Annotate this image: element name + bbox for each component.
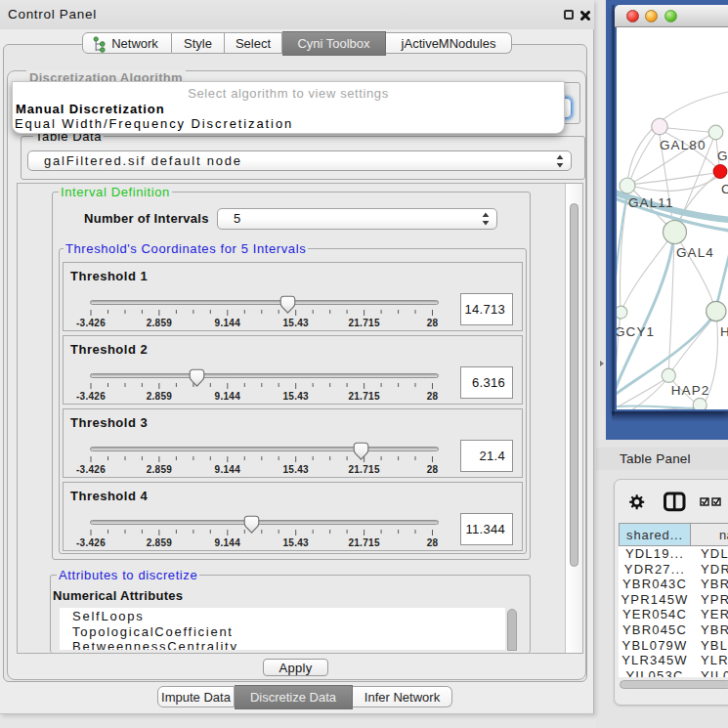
svg-text:G.: G.	[717, 149, 728, 163]
svg-text:H: H	[720, 324, 728, 339]
svg-text:GCY1: GCY1	[617, 324, 655, 339]
svg-text:C: C	[721, 182, 728, 196]
svg-text:GAL80: GAL80	[660, 138, 707, 152]
svg-text:GAL4: GAL4	[676, 245, 714, 260]
svg-text:GAL11: GAL11	[628, 195, 674, 210]
svg-text:HAP2: HAP2	[671, 383, 710, 398]
